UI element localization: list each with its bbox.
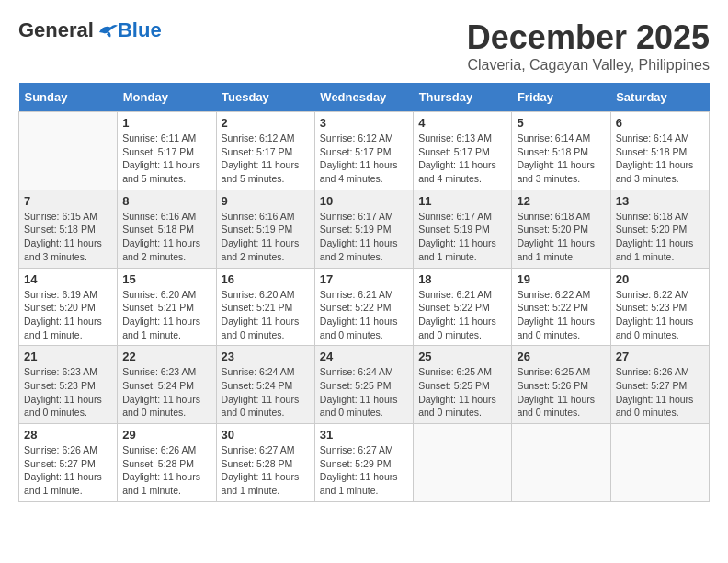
day-info: Sunrise: 6:24 AM Sunset: 5:24 PM Dayligh… — [222, 365, 310, 419]
calendar-cell: 23Sunrise: 6:24 AM Sunset: 5:24 PM Dayli… — [216, 346, 314, 424]
logo-general-text: General — [18, 18, 94, 42]
calendar-week-row: 1Sunrise: 6:11 AM Sunset: 5:17 PM Daylig… — [19, 112, 710, 190]
day-info: Sunrise: 6:14 AM Sunset: 5:18 PM Dayligh… — [517, 132, 605, 186]
calendar-cell: 10Sunrise: 6:17 AM Sunset: 5:19 PM Dayli… — [314, 190, 413, 268]
calendar-header-saturday: Saturday — [610, 83, 709, 112]
day-info: Sunrise: 6:21 AM Sunset: 5:22 PM Dayligh… — [320, 288, 408, 342]
calendar-cell: 24Sunrise: 6:24 AM Sunset: 5:25 PM Dayli… — [314, 346, 413, 424]
day-info: Sunrise: 6:12 AM Sunset: 5:17 PM Dayligh… — [222, 132, 310, 186]
calendar-header-friday: Friday — [512, 83, 610, 112]
day-number: 14 — [24, 272, 112, 286]
calendar-cell: 22Sunrise: 6:23 AM Sunset: 5:24 PM Dayli… — [118, 346, 216, 424]
day-info: Sunrise: 6:22 AM Sunset: 5:23 PM Dayligh… — [616, 288, 704, 342]
day-info: Sunrise: 6:11 AM Sunset: 5:17 PM Dayligh… — [122, 132, 210, 186]
day-info: Sunrise: 6:20 AM Sunset: 5:21 PM Dayligh… — [122, 288, 210, 342]
calendar-cell: 28Sunrise: 6:26 AM Sunset: 5:27 PM Dayli… — [19, 424, 118, 502]
day-number: 6 — [616, 116, 704, 130]
day-number: 22 — [122, 350, 210, 363]
day-info: Sunrise: 6:26 AM Sunset: 5:27 PM Dayligh… — [616, 365, 704, 419]
day-info: Sunrise: 6:26 AM Sunset: 5:27 PM Dayligh… — [24, 443, 112, 498]
day-info: Sunrise: 6:25 AM Sunset: 5:25 PM Dayligh… — [418, 365, 506, 419]
calendar-cell: 15Sunrise: 6:20 AM Sunset: 5:21 PM Dayli… — [118, 268, 216, 346]
calendar-cell: 14Sunrise: 6:19 AM Sunset: 5:20 PM Dayli… — [19, 268, 118, 346]
day-number: 1 — [122, 116, 210, 130]
day-number: 7 — [24, 194, 112, 208]
day-number: 30 — [222, 428, 310, 442]
day-info: Sunrise: 6:23 AM Sunset: 5:24 PM Dayligh… — [122, 365, 210, 419]
day-number: 12 — [517, 194, 605, 208]
calendar-cell: 6Sunrise: 6:14 AM Sunset: 5:18 PM Daylig… — [610, 112, 709, 190]
month-title: December 2025 — [467, 18, 710, 57]
day-info: Sunrise: 6:16 AM Sunset: 5:18 PM Dayligh… — [122, 210, 210, 264]
calendar-cell: 12Sunrise: 6:18 AM Sunset: 5:20 PM Dayli… — [512, 190, 610, 268]
calendar-cell: 18Sunrise: 6:21 AM Sunset: 5:22 PM Dayli… — [414, 268, 512, 346]
day-info: Sunrise: 6:12 AM Sunset: 5:17 PM Dayligh… — [320, 132, 408, 186]
day-number: 11 — [418, 194, 506, 208]
day-number: 18 — [418, 272, 506, 286]
calendar-week-row: 21Sunrise: 6:23 AM Sunset: 5:23 PM Dayli… — [19, 346, 710, 424]
day-number: 29 — [122, 428, 210, 442]
day-info: Sunrise: 6:17 AM Sunset: 5:19 PM Dayligh… — [418, 210, 506, 264]
calendar-cell: 25Sunrise: 6:25 AM Sunset: 5:25 PM Dayli… — [414, 346, 512, 424]
day-info: Sunrise: 6:20 AM Sunset: 5:21 PM Dayligh… — [222, 288, 310, 342]
calendar-cell: 31Sunrise: 6:27 AM Sunset: 5:29 PM Dayli… — [314, 424, 413, 502]
calendar-cell: 1Sunrise: 6:11 AM Sunset: 5:17 PM Daylig… — [118, 112, 216, 190]
calendar-cell: 3Sunrise: 6:12 AM Sunset: 5:17 PM Daylig… — [314, 112, 413, 190]
day-info: Sunrise: 6:23 AM Sunset: 5:23 PM Dayligh… — [24, 365, 112, 419]
day-number: 27 — [616, 350, 704, 363]
day-info: Sunrise: 6:27 AM Sunset: 5:28 PM Dayligh… — [222, 443, 310, 498]
calendar-cell: 19Sunrise: 6:22 AM Sunset: 5:22 PM Dayli… — [512, 268, 610, 346]
calendar-cell: 17Sunrise: 6:21 AM Sunset: 5:22 PM Dayli… — [314, 268, 413, 346]
location-text: Claveria, Cagayan Valley, Philippines — [467, 57, 710, 74]
day-info: Sunrise: 6:16 AM Sunset: 5:19 PM Dayligh… — [222, 210, 310, 264]
calendar-cell — [414, 424, 512, 502]
calendar-cell: 7Sunrise: 6:15 AM Sunset: 5:18 PM Daylig… — [19, 190, 118, 268]
day-number: 13 — [616, 194, 704, 208]
calendar-week-row: 14Sunrise: 6:19 AM Sunset: 5:20 PM Dayli… — [19, 268, 710, 346]
day-info: Sunrise: 6:22 AM Sunset: 5:22 PM Dayligh… — [517, 288, 605, 342]
day-number: 9 — [222, 194, 310, 208]
calendar-cell — [610, 424, 709, 502]
day-number: 25 — [418, 350, 506, 363]
logo-bird-icon — [96, 21, 118, 40]
calendar-header-monday: Monday — [118, 83, 216, 112]
calendar-header-row: SundayMondayTuesdayWednesdayThursdayFrid… — [19, 83, 710, 112]
calendar-header-sunday: Sunday — [19, 83, 118, 112]
calendar-cell: 8Sunrise: 6:16 AM Sunset: 5:18 PM Daylig… — [118, 190, 216, 268]
calendar-cell: 20Sunrise: 6:22 AM Sunset: 5:23 PM Dayli… — [610, 268, 709, 346]
title-area: December 2025 Claveria, Cagayan Valley, … — [467, 18, 710, 74]
day-number: 28 — [24, 428, 112, 442]
day-info: Sunrise: 6:18 AM Sunset: 5:20 PM Dayligh… — [517, 210, 605, 264]
day-number: 20 — [616, 272, 704, 286]
calendar-cell: 29Sunrise: 6:26 AM Sunset: 5:28 PM Dayli… — [118, 424, 216, 502]
calendar-week-row: 7Sunrise: 6:15 AM Sunset: 5:18 PM Daylig… — [19, 190, 710, 268]
logo-blue-text: Blue — [118, 18, 162, 42]
page-header: General Blue December 2025 Claveria, Cag… — [18, 18, 710, 74]
day-info: Sunrise: 6:13 AM Sunset: 5:17 PM Dayligh… — [418, 132, 506, 186]
day-number: 21 — [24, 350, 112, 363]
calendar-cell: 13Sunrise: 6:18 AM Sunset: 5:20 PM Dayli… — [610, 190, 709, 268]
day-number: 5 — [517, 116, 605, 130]
day-number: 8 — [122, 194, 210, 208]
calendar-cell: 9Sunrise: 6:16 AM Sunset: 5:19 PM Daylig… — [216, 190, 314, 268]
day-number: 2 — [222, 116, 310, 130]
calendar-cell: 27Sunrise: 6:26 AM Sunset: 5:27 PM Dayli… — [610, 346, 709, 424]
day-info: Sunrise: 6:17 AM Sunset: 5:19 PM Dayligh… — [320, 210, 408, 264]
calendar-cell: 16Sunrise: 6:20 AM Sunset: 5:21 PM Dayli… — [216, 268, 314, 346]
day-number: 31 — [320, 428, 408, 442]
calendar-cell — [19, 112, 118, 190]
calendar-cell: 4Sunrise: 6:13 AM Sunset: 5:17 PM Daylig… — [414, 112, 512, 190]
day-info: Sunrise: 6:21 AM Sunset: 5:22 PM Dayligh… — [418, 288, 506, 342]
day-number: 16 — [222, 272, 310, 286]
day-info: Sunrise: 6:25 AM Sunset: 5:26 PM Dayligh… — [517, 365, 605, 419]
calendar-header-thursday: Thursday — [414, 83, 512, 112]
day-info: Sunrise: 6:19 AM Sunset: 5:20 PM Dayligh… — [24, 288, 112, 342]
day-number: 3 — [320, 116, 408, 130]
calendar-cell: 30Sunrise: 6:27 AM Sunset: 5:28 PM Dayli… — [216, 424, 314, 502]
day-number: 24 — [320, 350, 408, 363]
calendar-week-row: 28Sunrise: 6:26 AM Sunset: 5:27 PM Dayli… — [19, 424, 710, 502]
day-number: 19 — [517, 272, 605, 286]
day-number: 10 — [320, 194, 408, 208]
calendar-cell: 21Sunrise: 6:23 AM Sunset: 5:23 PM Dayli… — [19, 346, 118, 424]
calendar-table: SundayMondayTuesdayWednesdayThursdayFrid… — [18, 83, 710, 502]
